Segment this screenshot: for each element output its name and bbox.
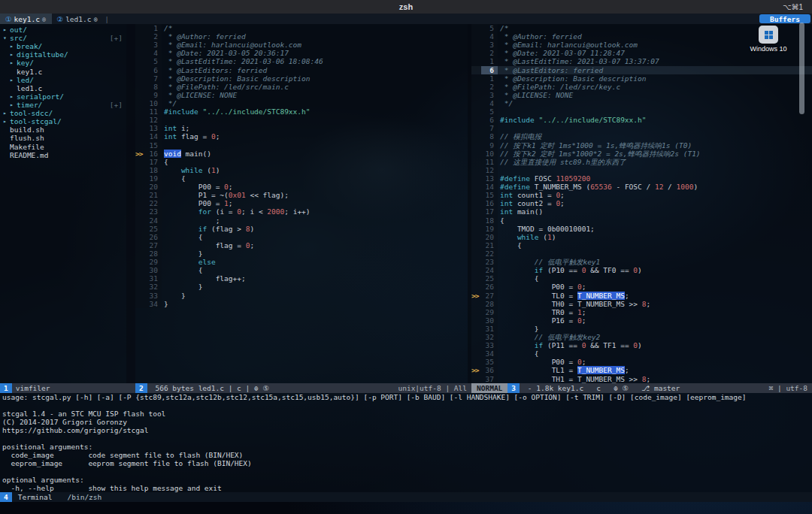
code-line[interactable]: 14int flag = 0; [135,132,468,141]
code-line[interactable]: 1 * @LastEditTime: 2021-03-07 13:37:07 [471,57,812,65]
editor-led1c[interactable]: 1/*2 * @Author: ferried3 * @Email: harla… [135,24,471,383]
code-line[interactable]: 11// 这里直接使用 stc89.h里的东西了 [471,158,812,166]
tree-item-dir[interactable]: ▸serialport/ [0,92,126,101]
code-line[interactable]: 21 { [471,241,812,249]
code-line[interactable]: 29 TR0 = 1; [471,308,812,316]
code-line[interactable]: 37 TH1 = T_NUMBER_MS >> 8; [471,375,812,383]
code-line[interactable]: 33 } [135,292,468,300]
code-line[interactable]: 15int count1 = 0; [471,191,812,199]
code-line[interactable]: 19 { [135,174,468,183]
code-line[interactable]: 22 P00 = 1; [135,199,468,207]
code-line[interactable]: 20 while (1) [471,233,812,241]
code-line[interactable]: 17int main() [471,207,812,216]
scrollbar[interactable] [799,23,804,114]
tree-item-dir[interactable]: ▸out/ [0,26,126,34]
code-line[interactable]: 9 * @LICENSE: NONE [135,91,468,99]
code-line[interactable]: 6#include "../../include/STC89xx.h" [471,116,812,124]
tab-close-icon[interactable]: ⊗ [42,15,47,23]
code-line[interactable]: 14#define T_NUMBER_MS (65536 - FOSC / 12… [471,183,812,191]
tree-item-dir[interactable]: ▸led/ [0,76,126,84]
code-line[interactable]: 25 { [471,274,812,283]
tab-led1c[interactable]: ② led1.c ⊗ [52,14,104,24]
code-line[interactable]: 29 else [135,258,468,266]
code-line[interactable]: 11#include "../../include/STC89xx.h" [135,107,468,116]
code-line[interactable]: 4 */ [471,99,812,107]
code-line[interactable]: 33 if (P11 == 0 && TF1 == 0) [471,341,812,349]
tree-item-dir[interactable]: ▸key/ [0,59,126,67]
code-text: // 低电平触发key2 [498,333,600,341]
tree-item-file[interactable]: README.md [0,151,126,159]
code-line[interactable]: 13#define FOSC 11059200 [471,174,812,183]
tree-item-dir[interactable]: ▸tool-stcgal/ [0,117,126,125]
code-line[interactable]: 21 P1 = ~(0x01 << flag); [135,191,468,199]
code-line[interactable]: 4 * @Date: 2021-03-05 20:36:17 [135,49,468,57]
code-line[interactable]: 15 [135,141,468,150]
code-line[interactable]: 8// 模拟电报 [471,132,812,141]
code-line[interactable]: 18{ [471,216,812,225]
code-line[interactable]: 9// 按下k1 定时 1ms*1000 = 1s,蜂鸣器持续响1s (T0) [471,141,812,150]
buffers-button[interactable]: Buffers [759,14,810,23]
code-line[interactable]: 6 * @LastEditors: ferried [471,66,812,74]
code-line[interactable]: 7 * @Description: Basic description [135,74,468,83]
code-line[interactable]: 8 * @FilePath: /led/src/main.c [135,83,468,91]
code-line[interactable]: 25 if (flag > 8) [135,225,468,233]
code-line[interactable]: 24 if (P10 == 0 && TF0 == 0) [471,266,812,274]
code-line[interactable]: 12 [471,166,812,174]
tree-item-dir[interactable]: ▾src/[+] [0,34,126,42]
code-line[interactable]: 10// 按下k2 定时 1ms*1000*2 = 2s,蜂鸣器持续响2s (T… [471,150,812,158]
code-line[interactable]: 30 P16 = 0; [471,316,812,325]
tree-item-dir[interactable]: ▸break/ [0,42,126,50]
code-line[interactable]: 34 { [471,349,812,358]
code-line[interactable]: 26 P00 = 0; [471,283,812,291]
tree-item-file[interactable]: flush.sh [0,134,126,142]
tree-item-file[interactable]: Makefile [0,143,126,151]
code-line[interactable]: 28 TH0 = T_NUMBER_MS >> 8; [471,300,812,308]
code-line[interactable]: 35 P00 = 0; [471,358,812,366]
code-line[interactable]: 22 [471,249,812,258]
editor-key1c[interactable]: 5/*4 * @Author: ferried3 * @Email: harla… [471,24,812,383]
code-line[interactable]: 10 */ [135,99,468,107]
code-line[interactable]: 17{ [135,158,468,166]
tree-item-file[interactable]: led1.c [0,84,126,92]
tree-item-dir[interactable]: ▸digitaltube/ [0,50,126,59]
code-line[interactable]: 2 * @Author: ferried [135,32,468,41]
code-line[interactable]: 31 flag++; [135,274,468,283]
code-line[interactable]: 13int i; [135,124,468,132]
menubar-shortcut-status[interactable]: ⌥⌘1 [783,3,803,11]
code-line[interactable]: 1 * @Description: Basic description [471,74,812,83]
code-line[interactable]: 23 // 低电平触发key1 [471,258,812,266]
code-line[interactable]: >>36 TL1 = T_NUMBER_MS; [471,366,812,374]
code-line[interactable]: 3 * @Email: harlancui@outlook.com [135,41,468,49]
code-line[interactable]: 24 ; [135,216,468,225]
code-line[interactable]: 34} [135,300,468,308]
code-line[interactable]: 27 flag = 0; [135,241,468,249]
tab-close-icon[interactable]: ⊗ [93,15,98,23]
code-line[interactable]: >>16void main() [135,150,468,158]
code-line[interactable]: 16int count2 = 0; [471,199,812,207]
code-line[interactable]: 19 TMOD = 0b00010001; [471,225,812,233]
code-line[interactable]: 32 } [135,283,468,291]
code-line[interactable]: 20 P00 = 0; [135,183,468,191]
code-line[interactable]: 5 [471,107,812,116]
code-line[interactable]: 7 [471,124,812,132]
code-line[interactable]: 5 * @LastEditTime: 2021-03-06 18:08:46 [135,57,468,65]
tree-item-file[interactable]: build.sh [0,125,126,134]
code-line[interactable]: >>27 TL0 = T_NUMBER_MS; [471,292,812,300]
code-line[interactable]: 28 } [135,249,468,258]
code-line[interactable]: 6 * @LastEditors: ferried [135,66,468,74]
tree-item-file[interactable]: key1.c [0,68,126,76]
code-line[interactable]: 18 while (1) [135,166,468,174]
code-line[interactable]: 26 { [135,233,468,241]
tree-item-dir[interactable]: ▸tool-sdcc/ [0,109,126,117]
code-line[interactable]: 31 } [471,325,812,333]
windows10-desktop-icon[interactable]: Windows 10 [747,26,790,53]
code-line[interactable]: 2 * @FilePath: /led/src/key.c [471,83,812,91]
code-line[interactable]: 30 { [135,266,468,274]
tab-key1c[interactable]: ① key1.c ⊗ [0,14,52,24]
code-line[interactable]: 23 for (i = 0; i < 2000; i++) [135,207,468,216]
code-line[interactable]: 12 [135,116,468,124]
code-line[interactable]: 3 * @LICENSE: NONE [471,91,812,99]
code-line[interactable]: 1/* [135,24,468,32]
tree-item-dir[interactable]: ▸timer/[+] [0,101,126,109]
code-line[interactable]: 32 // 低电平触发key2 [471,333,812,341]
